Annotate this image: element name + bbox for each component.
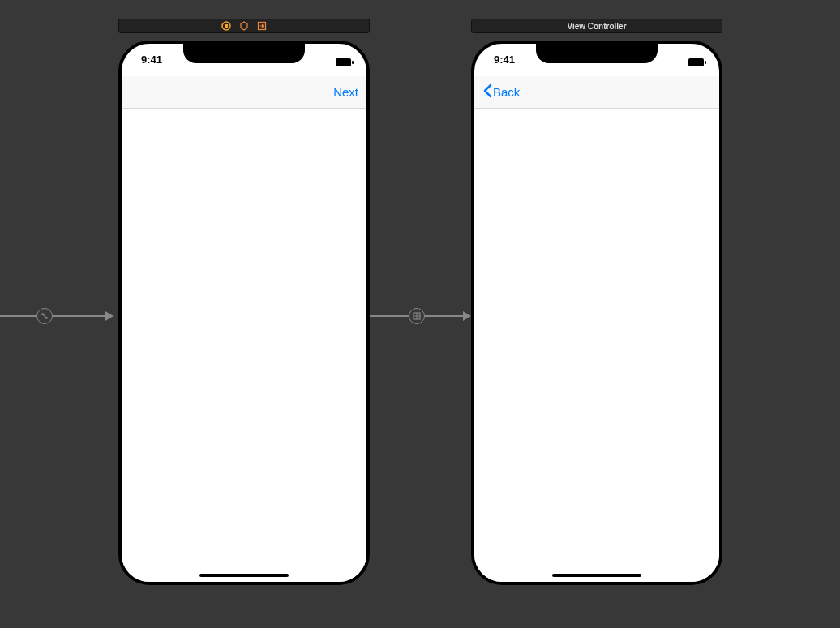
content-view-left[interactable] xyxy=(122,109,366,582)
svg-rect-4 xyxy=(225,24,228,28)
home-indicator xyxy=(552,574,641,577)
device-frame-right: 9:41 Back xyxy=(471,41,722,585)
battery-icon xyxy=(688,55,706,70)
scene-header-right[interactable]: View Controller xyxy=(471,19,722,33)
entry-point-icon[interactable] xyxy=(36,308,53,324)
content-view-right[interactable] xyxy=(474,109,719,582)
svg-rect-6 xyxy=(336,58,351,66)
device-notch xyxy=(536,42,658,63)
status-time: 9:41 xyxy=(141,53,162,66)
next-button[interactable]: Next xyxy=(333,85,358,99)
scene-header-left[interactable] xyxy=(118,19,370,33)
svg-rect-9 xyxy=(705,61,706,64)
navigation-bar-right: Back xyxy=(474,76,719,109)
view-controller-icon[interactable] xyxy=(221,21,231,31)
next-button-label: Next xyxy=(333,85,358,99)
device-frame-left: 9:41 Next xyxy=(118,41,370,585)
svg-rect-8 xyxy=(688,58,704,66)
storyboard-entry-arrow xyxy=(0,306,114,326)
svg-rect-7 xyxy=(352,61,354,64)
status-time: 9:41 xyxy=(494,53,515,66)
battery-icon xyxy=(336,55,354,70)
segue-show-arrow[interactable] xyxy=(370,306,471,326)
device-notch xyxy=(183,42,305,63)
navigation-bar-left: Next xyxy=(122,76,366,109)
exit-icon[interactable] xyxy=(257,21,267,31)
segue-show-icon xyxy=(409,308,425,324)
back-button-label: Back xyxy=(493,85,520,99)
scene-title: View Controller xyxy=(567,22,626,31)
back-button[interactable]: Back xyxy=(482,83,520,100)
first-responder-icon[interactable] xyxy=(239,21,249,31)
storyboard-scene-navigation-controller[interactable]: 9:41 Next xyxy=(118,19,370,585)
chevron-back-icon xyxy=(482,83,492,100)
home-indicator xyxy=(199,574,289,577)
storyboard-scene-view-controller[interactable]: View Controller 9:41 Back xyxy=(471,19,722,585)
